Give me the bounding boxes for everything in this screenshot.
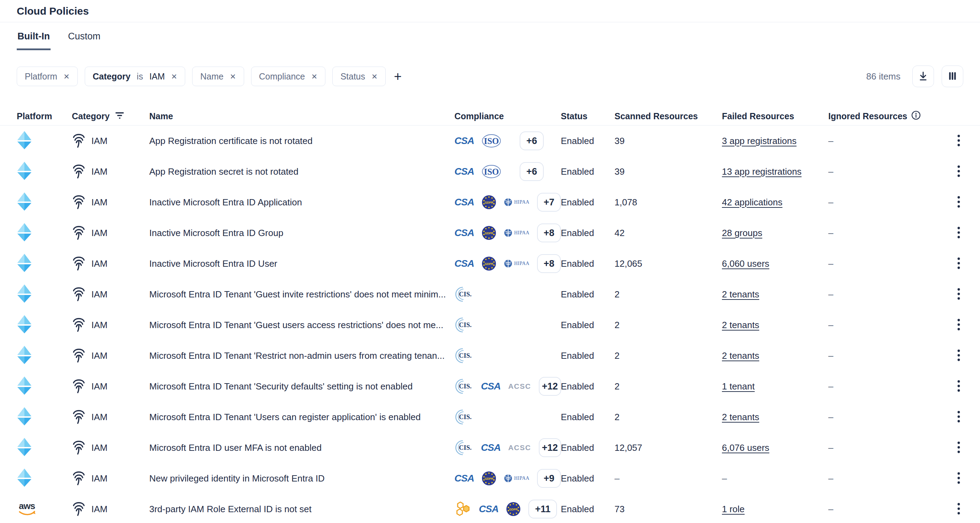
failed-resources-link[interactable]: 2 tenants: [722, 350, 759, 361]
row-actions-button[interactable]: [954, 224, 963, 242]
table-row[interactable]: IAMMicrosoft Entra ID Tenant 'Guest user…: [0, 310, 980, 340]
scanned-count: 1,078: [614, 197, 637, 208]
tab-custom[interactable]: Custom: [67, 22, 101, 50]
table-row[interactable]: IAMMicrosoft Entra ID Tenant 'Security d…: [0, 371, 980, 402]
status-label: Enabled: [561, 258, 594, 269]
failed-resources-link[interactable]: 1 role: [722, 504, 745, 515]
failed-resources-link[interactable]: 42 applications: [722, 197, 782, 208]
failed-resources-link[interactable]: 6,060 users: [722, 258, 769, 269]
row-actions-button[interactable]: [954, 132, 963, 149]
compliance-more-badge[interactable]: +7: [537, 193, 561, 211]
column-header-compliance[interactable]: Compliance: [454, 111, 561, 121]
download-button[interactable]: [912, 65, 934, 87]
column-header-category[interactable]: Category: [72, 111, 149, 121]
compliance-more-badge[interactable]: +12: [539, 438, 561, 457]
row-actions-button[interactable]: [954, 194, 963, 211]
table-row[interactable]: IAMInactive Microsoft Entra ID UserCSA G…: [0, 248, 980, 279]
svg-text:GDPR: GDPR: [485, 201, 493, 204]
failed-resources-link[interactable]: 28 groups: [722, 228, 762, 238]
add-filter-button[interactable]: +: [394, 70, 402, 83]
remove-filter-icon[interactable]: ✕: [230, 73, 236, 80]
ignored-value: –: [828, 258, 833, 269]
row-actions-button[interactable]: [954, 439, 963, 456]
azure-icon: [17, 223, 32, 243]
kebab-icon: [957, 471, 961, 486]
compliance-more-badge[interactable]: +12: [539, 377, 561, 396]
csa-logo: CSA: [454, 166, 474, 177]
row-actions-button[interactable]: [954, 286, 963, 303]
tab-built-in[interactable]: Built-In: [17, 22, 51, 50]
ignored-value: –: [828, 136, 833, 146]
row-actions-button[interactable]: [954, 163, 963, 180]
filter-chip-name[interactable]: Name ✕: [192, 67, 244, 86]
row-actions-button[interactable]: [954, 501, 963, 518]
column-header-status[interactable]: Status: [561, 111, 614, 121]
column-header-ignored-resources[interactable]: Ignored Resources: [828, 111, 943, 122]
column-header-failed-resources[interactable]: Failed Resources: [722, 111, 828, 121]
category-label: IAM: [91, 320, 107, 331]
filter-operator: is: [137, 72, 143, 81]
failed-resources-link[interactable]: 2 tenants: [722, 412, 759, 423]
table-row[interactable]: IAMMicrosoft Entra ID Tenant 'Restrict n…: [0, 340, 980, 371]
row-actions-button[interactable]: [954, 347, 963, 364]
compliance-more-badge[interactable]: +8: [537, 254, 561, 273]
table-row[interactable]: IAMInactive Microsoft Entra ID Applicati…: [0, 187, 980, 218]
azure-icon: [17, 285, 32, 304]
failed-resources-link[interactable]: 3 app registrations: [722, 136, 797, 146]
remove-filter-icon[interactable]: ✕: [64, 73, 70, 80]
filter-chip-compliance[interactable]: Compliance ✕: [251, 67, 326, 86]
columns-icon: [948, 71, 957, 82]
filter-chip-category[interactable]: Category is IAM ✕: [85, 67, 186, 86]
remove-filter-icon[interactable]: ✕: [312, 73, 318, 80]
row-actions-button[interactable]: [954, 316, 963, 334]
table-row[interactable]: IAMInactive Microsoft Entra ID GroupCSA …: [0, 218, 980, 248]
kebab-icon: [957, 502, 961, 517]
kebab-icon: [957, 410, 961, 424]
hipaa-logo: HIPAA: [504, 228, 530, 238]
filter-chip-platform[interactable]: Platform ✕: [17, 67, 78, 86]
column-header-platform[interactable]: Platform: [17, 111, 72, 121]
table-row[interactable]: IAMMicrosoft Entra ID user MFA is not en…: [0, 432, 980, 463]
row-actions-button[interactable]: [954, 255, 963, 272]
remove-filter-icon[interactable]: ✕: [371, 73, 378, 80]
remove-filter-icon[interactable]: ✕: [171, 73, 178, 80]
table-row[interactable]: IAMNew privileged identity in Microsoft …: [0, 463, 980, 494]
svg-text:CIS.: CIS.: [459, 321, 471, 329]
row-actions-button[interactable]: [954, 470, 963, 487]
column-header-scanned-resources[interactable]: Scanned Resources: [614, 111, 722, 121]
row-actions-button[interactable]: [954, 409, 963, 426]
failed-resources-link[interactable]: 13 app registrations: [722, 166, 802, 177]
kebab-icon: [957, 134, 961, 148]
column-header-name[interactable]: Name: [149, 111, 454, 121]
compliance-more-badge[interactable]: +6: [520, 132, 544, 150]
compliance-more-badge[interactable]: +9: [537, 469, 561, 488]
table-row[interactable]: IAMMicrosoft Entra ID Tenant 'Users can …: [0, 402, 980, 432]
svg-text:GDPR: GDPR: [485, 262, 493, 265]
scanned-count: 73: [614, 504, 625, 515]
compliance-more-badge[interactable]: +11: [528, 500, 557, 518]
filter-icon[interactable]: [115, 111, 124, 121]
azure-icon: [17, 438, 32, 458]
hipaa-logo: HIPAA: [504, 473, 530, 483]
iam-category-icon: [72, 439, 86, 456]
compliance-more-badge[interactable]: +6: [520, 162, 544, 181]
filter-chip-status[interactable]: Status ✕: [332, 67, 385, 86]
azure-icon: [17, 131, 32, 151]
failed-resources-link[interactable]: 2 tenants: [722, 289, 759, 300]
category-label: IAM: [91, 381, 107, 392]
table-row[interactable]: aws IAM3rd-party IAM Role External ID is…: [0, 494, 980, 523]
table-row[interactable]: IAMApp Registration certificate is not r…: [0, 126, 980, 156]
columns-button[interactable]: [942, 65, 963, 87]
status-label: Enabled: [561, 442, 594, 453]
row-actions-button[interactable]: [954, 378, 963, 395]
gdpr-logo: GDPR: [482, 195, 496, 210]
compliance-more-badge[interactable]: +8: [537, 224, 561, 242]
info-icon[interactable]: [911, 111, 921, 122]
failed-resources-link[interactable]: 6,076 users: [722, 442, 769, 453]
policy-name: Inactive Microsoft Entra ID User: [149, 258, 277, 269]
iam-category-icon: [72, 470, 86, 487]
failed-resources-link[interactable]: 1 tenant: [722, 381, 755, 392]
failed-resources-link[interactable]: 2 tenants: [722, 320, 759, 331]
table-row[interactable]: IAMMicrosoft Entra ID Tenant 'Guest invi…: [0, 279, 980, 310]
table-row[interactable]: IAMApp Registration secret is not rotate…: [0, 156, 980, 187]
